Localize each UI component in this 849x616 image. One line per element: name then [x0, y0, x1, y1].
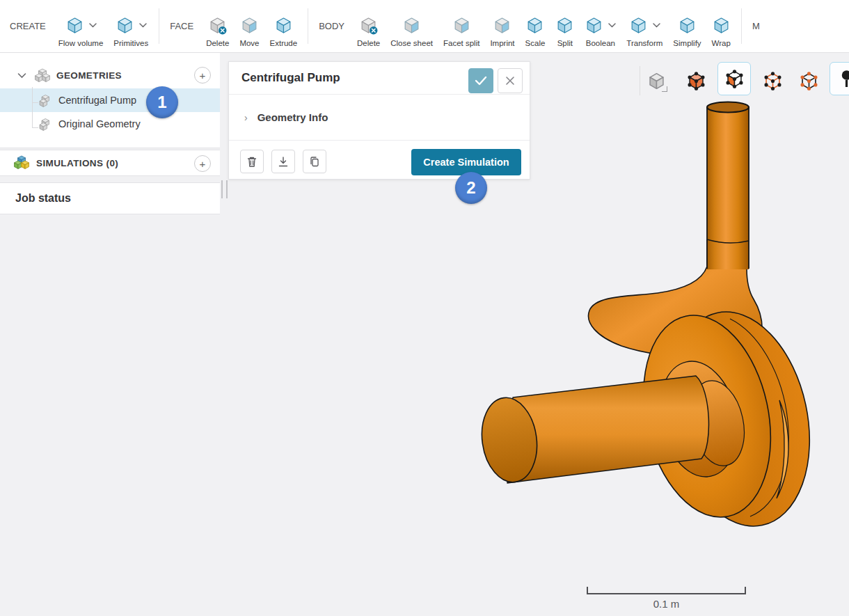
chevron-right-icon: ›	[244, 112, 248, 123]
tree-item-original-geometry[interactable]: Original Geometry	[0, 112, 220, 136]
create-simulation-button[interactable]: Create Simulation	[411, 149, 521, 175]
selection-mode-edge-select-button[interactable]	[758, 66, 788, 96]
vertex-select-icon	[800, 72, 818, 90]
selection-mode-vertex-select-button[interactable]	[794, 66, 824, 96]
sidebar-resize-handle[interactable]	[221, 180, 228, 198]
pump-outlet-opening[interactable]	[707, 102, 749, 113]
job-status-label: Job status	[15, 192, 71, 205]
corner-expand-mark	[662, 86, 667, 92]
geometries-section: GEOMETRIES + Centrifugal Pump Original G…	[0, 53, 220, 148]
download-geometry-button[interactable]	[271, 150, 295, 173]
scale-bar-label: 0.1 m	[587, 598, 746, 610]
checkmark-icon	[475, 76, 487, 86]
geometries-icon	[35, 68, 50, 84]
tree-item-label: Original Geometry	[58, 118, 141, 129]
face-select-icon	[725, 70, 744, 88]
geometries-title: GEOMETRIES	[56, 70, 122, 81]
scale-bar-line	[587, 587, 746, 594]
tree-item-centrifugal-pump[interactable]: Centrifugal Pump	[0, 88, 220, 112]
chevron-down-icon[interactable]	[17, 72, 26, 79]
add-geometry-button[interactable]: +	[194, 67, 211, 84]
geometry-info-section[interactable]: › Geometry Info	[229, 95, 530, 141]
close-button[interactable]	[498, 68, 523, 93]
panel-footer: Create Simulation	[229, 141, 530, 180]
copy-icon	[309, 156, 320, 168]
scene-tree-sidebar: GEOMETRIES + Centrifugal Pump Original G…	[0, 53, 220, 616]
copy-geometry-button[interactable]	[303, 150, 326, 173]
selection-mode-probe-point-button[interactable]	[830, 62, 849, 95]
simulations-title: SIMULATIONS (0)	[36, 158, 118, 168]
simulations-icon	[14, 155, 29, 171]
scale-bar: 0.1 m	[587, 587, 746, 610]
probe-point-icon	[837, 70, 849, 88]
confirm-button[interactable]	[468, 68, 493, 93]
tree-item-label: Centrifugal Pump	[58, 95, 136, 106]
simulations-header[interactable]: SIMULATIONS (0) +	[0, 150, 220, 175]
job-status-section[interactable]: Job status	[0, 182, 220, 214]
close-icon	[505, 76, 515, 86]
trash-icon	[246, 156, 257, 168]
tree-guide-line	[32, 87, 33, 127]
geometry-info-label: Geometry Info	[257, 111, 328, 123]
geometry-part-icon	[39, 94, 52, 107]
selection-mode-face-select-button[interactable]	[717, 62, 751, 95]
geometries-header[interactable]: GEOMETRIES +	[0, 63, 220, 88]
geometry-detail-panel: Centrifugal Pump › Geometry Info	[228, 61, 530, 180]
pump-outlet-pipe[interactable]	[707, 106, 749, 269]
panel-header: Centrifugal Pump	[229, 62, 530, 95]
panel-title: Centrifugal Pump	[241, 71, 340, 85]
simulations-section: SIMULATIONS (0) +	[0, 150, 220, 176]
geometry-part-icon	[39, 118, 52, 131]
selection-mode-volume-select-button[interactable]	[681, 66, 711, 96]
download-icon	[278, 156, 289, 168]
edge-select-icon	[763, 72, 782, 90]
delete-geometry-button[interactable]	[240, 150, 264, 173]
volume-select-icon	[687, 72, 706, 90]
add-simulation-button[interactable]: +	[194, 155, 211, 172]
selection-bar-divider	[640, 66, 640, 95]
step-1-badge: 1	[146, 86, 178, 118]
step-2-badge: 2	[455, 172, 487, 204]
